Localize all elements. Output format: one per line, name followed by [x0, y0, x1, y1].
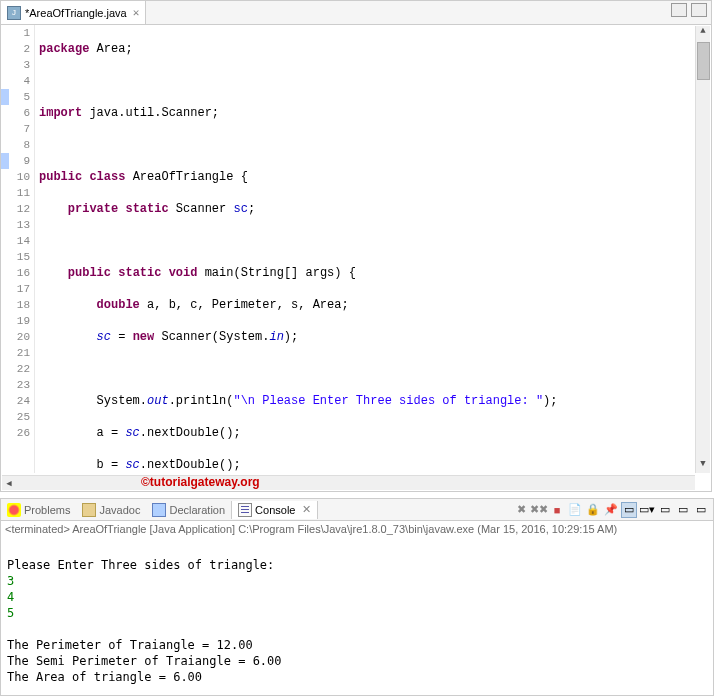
- editor-toolbar-icons: [671, 3, 707, 17]
- fold-marker[interactable]: [1, 153, 9, 169]
- editor-pane: J *AreaOfTriangle.java ✕ 1 2 3 4 5 6 7 8…: [0, 0, 712, 492]
- problems-icon: [7, 503, 21, 517]
- java-file-icon: J: [7, 6, 21, 20]
- line-number: 5: [9, 89, 30, 105]
- console-pane: <terminated> AreaOfTriangle [Java Applic…: [0, 520, 714, 696]
- console-icon: [238, 503, 252, 517]
- console-toolbar: ✖ ✖✖ ■ 📄 🔒 📌 ▭ ▭▾ ▭ ▭ ▭: [513, 502, 713, 518]
- console-input-line: 4: [7, 590, 14, 604]
- tab-label: Console: [255, 504, 295, 516]
- console-output[interactable]: Please Enter Three sides of triangle: 3 …: [1, 537, 713, 696]
- line-number: 20: [9, 329, 30, 345]
- line-number: 6: [9, 105, 30, 121]
- line-number: 22: [9, 361, 30, 377]
- line-number: 9: [9, 153, 30, 169]
- tab-problems[interactable]: Problems: [1, 501, 76, 519]
- minimize-icon[interactable]: [671, 3, 687, 17]
- tab-declaration[interactable]: Declaration: [146, 501, 231, 519]
- line-number: 14: [9, 233, 30, 249]
- scroll-down-icon[interactable]: ▼: [696, 459, 710, 473]
- line-number: 7: [9, 121, 30, 137]
- line-number: 16: [9, 265, 30, 281]
- remove-all-icon[interactable]: ✖✖: [531, 502, 547, 518]
- console-line: The Semi Perimeter of Traiangle = 6.00: [7, 654, 282, 668]
- minimize-icon[interactable]: ▭: [675, 502, 691, 518]
- line-number: 11: [9, 185, 30, 201]
- scrollbar-thumb[interactable]: [697, 42, 710, 80]
- tab-label: Declaration: [169, 504, 225, 516]
- editor-tab-label: *AreaOfTriangle.java: [25, 7, 127, 19]
- console-header: <terminated> AreaOfTriangle [Java Applic…: [1, 521, 713, 537]
- clear-console-icon[interactable]: 📄: [567, 502, 583, 518]
- line-number: 21: [9, 345, 30, 361]
- line-number: 15: [9, 249, 30, 265]
- line-number-gutter: 1 2 3 4 5 6 7 8 9 10 11 12 13 14 15 16 1…: [9, 25, 35, 473]
- tab-javadoc[interactable]: Javadoc: [76, 501, 146, 519]
- console-line: Please Enter Three sides of triangle:: [7, 558, 282, 572]
- line-number: 19: [9, 313, 30, 329]
- marker-bar: [1, 25, 9, 473]
- line-number: 23: [9, 377, 30, 393]
- maximize-icon[interactable]: [691, 3, 707, 17]
- line-number: 17: [9, 281, 30, 297]
- close-icon[interactable]: ✕: [302, 503, 311, 516]
- tab-label: Problems: [24, 504, 70, 516]
- vertical-scrollbar[interactable]: ▲ ▼: [695, 26, 710, 473]
- open-console-icon[interactable]: ▭▾: [639, 502, 655, 518]
- line-number: 18: [9, 297, 30, 313]
- terminate-icon[interactable]: ■: [549, 502, 565, 518]
- line-number: 10: [9, 169, 30, 185]
- editor-tab-bar: J *AreaOfTriangle.java ✕: [1, 1, 711, 25]
- javadoc-icon: [82, 503, 96, 517]
- line-number: 4: [9, 73, 30, 89]
- close-icon[interactable]: ✕: [133, 6, 140, 19]
- line-number: 12: [9, 201, 30, 217]
- line-number: 1: [9, 25, 30, 41]
- new-console-icon[interactable]: ▭: [657, 502, 673, 518]
- watermark: ©tutorialgateway.org: [141, 475, 260, 489]
- console-input-line: 5: [7, 606, 14, 620]
- line-number: 8: [9, 137, 30, 153]
- console-input-line: 3: [7, 574, 14, 588]
- code-area[interactable]: 1 2 3 4 5 6 7 8 9 10 11 12 13 14 15 16 1…: [1, 25, 711, 473]
- editor-tab[interactable]: J *AreaOfTriangle.java ✕: [1, 1, 146, 24]
- tab-console[interactable]: Console ✕: [231, 501, 318, 519]
- line-number: 13: [9, 217, 30, 233]
- code-content[interactable]: package Area; import java.util.Scanner; …: [35, 25, 711, 473]
- scroll-left-icon[interactable]: ◀: [2, 478, 16, 491]
- maximize-icon[interactable]: ▭: [693, 502, 709, 518]
- line-number: 24: [9, 393, 30, 409]
- tab-label: Javadoc: [99, 504, 140, 516]
- fold-marker[interactable]: [1, 89, 9, 105]
- declaration-icon: [152, 503, 166, 517]
- scroll-lock-icon[interactable]: 🔒: [585, 502, 601, 518]
- console-line: The Area of triangle = 6.00: [7, 670, 202, 684]
- views-tab-bar: Problems Javadoc Declaration Console ✕ ✖…: [0, 498, 714, 520]
- console-line: The Perimeter of Traiangle = 12.00: [7, 638, 253, 652]
- line-number: 25: [9, 409, 30, 425]
- line-number: 26: [9, 425, 30, 441]
- scroll-up-icon[interactable]: ▲: [696, 26, 710, 40]
- line-number: 2: [9, 41, 30, 57]
- line-number: 3: [9, 57, 30, 73]
- horizontal-scrollbar[interactable]: ◀: [2, 475, 695, 490]
- remove-launch-icon[interactable]: ✖: [513, 502, 529, 518]
- pin-console-icon[interactable]: 📌: [603, 502, 619, 518]
- display-console-icon[interactable]: ▭: [621, 502, 637, 518]
